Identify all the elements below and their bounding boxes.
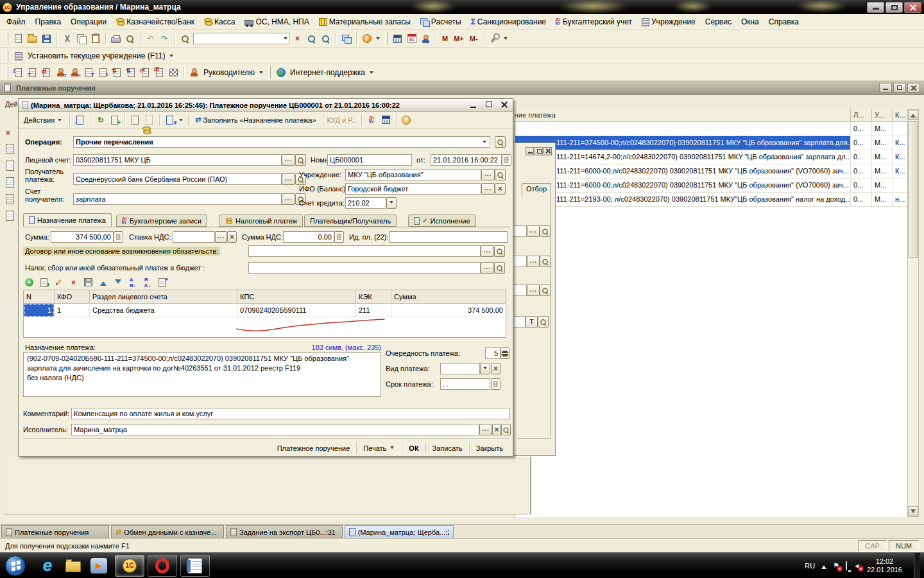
close-button[interactable] bbox=[904, 2, 921, 13]
cell-n[interactable]: 1 bbox=[24, 304, 55, 317]
vat-sum-calc-button[interactable] bbox=[334, 231, 344, 243]
mdi-minimize-button[interactable] bbox=[879, 83, 892, 92]
ok-button[interactable]: ОК bbox=[402, 442, 425, 454]
report-dk-icon[interactable]: дк bbox=[153, 66, 166, 78]
tab-tax-payment[interactable]: Налоговый платеж bbox=[219, 215, 303, 227]
purpose-textarea[interactable]: (902-0709-024020Б590-111-211=374500-00;л… bbox=[23, 352, 381, 397]
volume-muted-icon[interactable]: ◄× bbox=[853, 562, 860, 570]
report-card-arrows-icon[interactable]: ⇅ bbox=[125, 66, 137, 78]
info-button[interactable] bbox=[361, 33, 373, 45]
network-icon[interactable] bbox=[846, 562, 847, 570]
calculator-button[interactable] bbox=[391, 33, 404, 45]
operation-search-button[interactable] bbox=[495, 136, 506, 148]
comment-input[interactable]: Компенсация по оплате жилья и ком.услуг bbox=[71, 408, 509, 419]
tray-clock[interactable]: 12:0222.01.2016 bbox=[867, 557, 902, 574]
tax-search-button[interactable] bbox=[494, 262, 505, 274]
sort-asc-button[interactable]: АЯ↓ bbox=[126, 276, 139, 288]
operation-dropdown-icon[interactable] bbox=[483, 141, 486, 145]
report-account-list-icon[interactable]: ≡ bbox=[69, 66, 81, 78]
mdi-tab-payment-order-doc[interactable]: (Марина_матрца; Щерба...:22 bbox=[345, 525, 454, 538]
list-row[interactable]: 111-211=6000-00;л/с02483022070) 03902081… bbox=[515, 164, 908, 179]
vat-rate-clear-button[interactable] bbox=[227, 231, 237, 243]
personal-account-input[interactable]: 039020811751 МКУ ЦБ bbox=[73, 154, 282, 166]
row-edit-button[interactable] bbox=[53, 276, 65, 288]
write-button[interactable]: Записать bbox=[425, 442, 469, 454]
menu-operations[interactable]: Операции bbox=[71, 17, 107, 26]
th-kps[interactable]: КПС bbox=[237, 290, 356, 304]
minimize-button[interactable] bbox=[867, 2, 884, 13]
list-row[interactable]: 0... М... bbox=[515, 122, 908, 136]
mdi-restore-button[interactable] bbox=[893, 83, 906, 92]
report-turnover-arrows-icon[interactable]: ⇅ bbox=[111, 66, 123, 78]
idpl-input[interactable] bbox=[389, 231, 508, 243]
search-button[interactable] bbox=[540, 285, 551, 296]
menu-settlements[interactable]: Расчеты bbox=[420, 17, 461, 26]
payee-account-input[interactable]: зарплата bbox=[73, 193, 282, 205]
report-card-icon[interactable]: ⇄ bbox=[40, 66, 53, 78]
col-header-purpose[interactable]: Назначение платежа bbox=[515, 109, 851, 122]
menu-edit[interactable]: Правка bbox=[35, 17, 62, 26]
redo-button[interactable]: ↷ bbox=[158, 33, 171, 45]
payee-account-ellipsis-button[interactable] bbox=[282, 193, 295, 205]
ifo-input[interactable]: Городской бюджет bbox=[345, 183, 481, 195]
search-button[interactable] bbox=[538, 316, 549, 328]
menu-windows[interactable]: Окна bbox=[741, 17, 759, 26]
ifo-ellipsis-button[interactable] bbox=[481, 183, 495, 195]
vat-sum-input[interactable]: 0,00 bbox=[283, 231, 334, 243]
tab-otbor[interactable]: Отбор bbox=[522, 183, 551, 195]
date-input[interactable]: 21.01.2016 16:00:22 bbox=[431, 154, 502, 166]
report-doc-list-icon[interactable]: ≡ bbox=[97, 66, 109, 78]
toolbar-grip[interactable] bbox=[6, 66, 8, 79]
bg-row-doc-icon[interactable] bbox=[6, 161, 14, 171]
row-up-button[interactable] bbox=[97, 276, 109, 288]
tab-payer-payee[interactable]: Плательщик/Получатель bbox=[304, 215, 397, 227]
priority-spinner[interactable] bbox=[501, 347, 509, 359]
search-input[interactable] bbox=[193, 33, 289, 44]
bg-row-doc-icon[interactable] bbox=[6, 194, 14, 204]
executor-ellipsis-button[interactable] bbox=[479, 424, 492, 435]
search-dropdown-icon[interactable] bbox=[284, 37, 287, 42]
ellipsis-button[interactable] bbox=[527, 225, 540, 237]
1c-taskbar-button[interactable]: 1С bbox=[115, 555, 144, 577]
payment-kind-clear-button[interactable] bbox=[491, 363, 501, 374]
tab-accounting-entries[interactable]: ДтКтБухгалтерские записи bbox=[116, 215, 207, 227]
find-prev-button[interactable] bbox=[320, 33, 332, 45]
tab-execution[interactable]: ✓Исполнение bbox=[408, 215, 476, 227]
col-header-k[interactable]: К... bbox=[893, 109, 908, 122]
institution-search-button[interactable] bbox=[495, 169, 506, 180]
search-button[interactable] bbox=[540, 256, 551, 267]
toolbar-grip[interactable] bbox=[6, 49, 8, 62]
list-row[interactable]: 111-211=2193-00; л/с02483022070) 0390208… bbox=[515, 193, 908, 207]
output-dropdown-icon[interactable] bbox=[179, 119, 183, 123]
operation-combo[interactable]: Прочие перечисления bbox=[73, 136, 490, 148]
exchange-restore-button[interactable] bbox=[535, 147, 543, 155]
menu-accounting[interactable]: ДтКтБухгалтерский учет bbox=[556, 17, 632, 26]
mdi-window-titlebar[interactable]: Платежные поручения bbox=[0, 81, 924, 95]
menu-cash[interactable]: Касса bbox=[204, 17, 235, 26]
list-row[interactable]: 111-211=14674,2-00;л/с02483022070) 03902… bbox=[515, 150, 908, 164]
cell-sum[interactable]: 374 500,00 bbox=[391, 304, 506, 317]
th-section[interactable]: Раздел лицевого счета bbox=[90, 290, 237, 304]
contract-search-button[interactable] bbox=[494, 245, 505, 257]
undo-button[interactable]: ↶ bbox=[144, 33, 157, 45]
sum-calc-button[interactable] bbox=[114, 231, 123, 243]
menu-assets[interactable]: ОС, НМА, НПА bbox=[244, 17, 309, 26]
menu-inventory[interactable]: Материальные запасы bbox=[319, 17, 411, 26]
memory-plus-button[interactable]: M+ bbox=[452, 35, 466, 42]
payment-term-calendar-button[interactable] bbox=[491, 378, 501, 390]
contract-input[interactable] bbox=[248, 245, 481, 257]
personal-account-search-button[interactable] bbox=[295, 154, 306, 166]
menu-sanctioning[interactable]: ΣСанкционирование bbox=[471, 17, 546, 26]
open-button[interactable] bbox=[26, 33, 38, 45]
list-settings-button[interactable]: ● bbox=[156, 276, 168, 288]
institution-ellipsis-button[interactable] bbox=[481, 169, 495, 180]
menu-service[interactable]: Сервис bbox=[705, 17, 732, 26]
sort-desc-button[interactable]: ЯА↓ bbox=[141, 276, 153, 288]
explorer-taskbar-icon[interactable] bbox=[60, 554, 86, 577]
payment-kind-dropdown-button[interactable] bbox=[480, 363, 490, 374]
col-header-u[interactable]: У... bbox=[872, 109, 893, 122]
cell-kfo[interactable]: 1 bbox=[55, 304, 90, 317]
payee-ellipsis-button[interactable] bbox=[282, 173, 295, 185]
list-row-selected[interactable]: 111-211=374500-00;л/с02483022070) 039020… bbox=[515, 136, 908, 150]
windows-list-button[interactable] bbox=[340, 33, 352, 45]
